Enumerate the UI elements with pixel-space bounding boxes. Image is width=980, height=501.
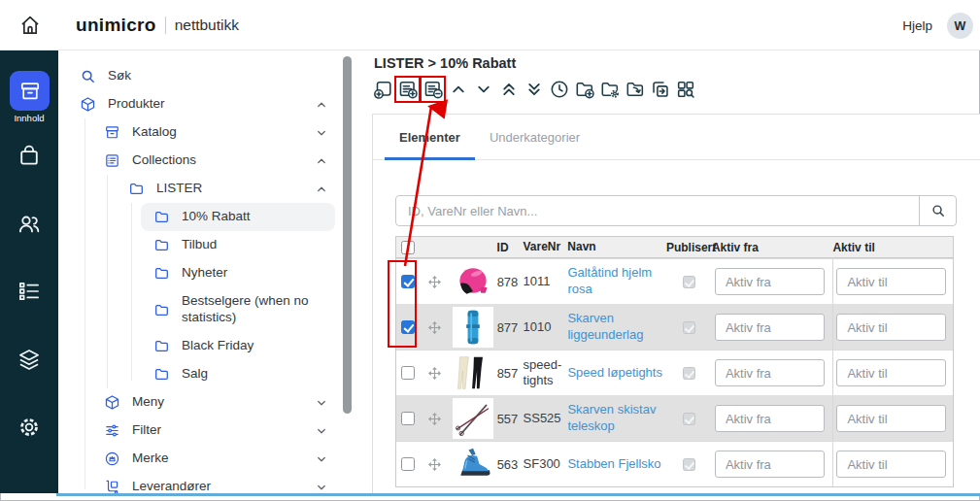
nav-item-filter[interactable]: Filter bbox=[58, 417, 372, 445]
row-checkbox[interactable] bbox=[401, 366, 415, 380]
chevron-down-icon[interactable] bbox=[316, 453, 327, 465]
column-header-aktiv-til: Aktiv til bbox=[832, 237, 953, 257]
product-image-ski-poles bbox=[453, 398, 493, 439]
row-varenr: SF300 bbox=[524, 456, 568, 472]
drag-handle-icon[interactable] bbox=[426, 456, 443, 473]
product-link[interactable]: Galtåtind hjelm rosa bbox=[567, 265, 652, 296]
table-row: 877 1010 Skarven liggeunderlag bbox=[396, 304, 953, 350]
move-up-icon[interactable] bbox=[448, 79, 469, 100]
list-add-icon[interactable] bbox=[397, 79, 419, 100]
chevron-up-icon[interactable] bbox=[316, 99, 327, 111]
search-button[interactable] bbox=[919, 196, 956, 225]
elements-table: ID VareNr Navn Publisert Aktiv fra Aktiv… bbox=[395, 236, 954, 487]
app-window: unimicro nettbutikk Hjelp W Innhold Søk … bbox=[0, 0, 980, 501]
badge-icon bbox=[104, 451, 120, 467]
layers-icon[interactable] bbox=[17, 347, 42, 372]
nav-item-10-rabatt[interactable]: 10% Rabatt bbox=[141, 203, 335, 231]
chevron-down-icon[interactable] bbox=[316, 127, 327, 139]
nav-item-meny[interactable]: Meny bbox=[58, 388, 372, 417]
toolbar bbox=[372, 79, 696, 100]
tab-elementer[interactable]: Elementer bbox=[385, 115, 475, 159]
tab-underkategorier[interactable]: Underkategorier bbox=[475, 115, 594, 159]
folder-add-icon[interactable] bbox=[574, 79, 595, 100]
content-card: Elementer Underkategorier ID VareNr Navn… bbox=[372, 114, 980, 493]
gear-icon[interactable] bbox=[17, 415, 42, 440]
move-down-icon[interactable] bbox=[473, 79, 494, 100]
drag-handle-icon[interactable] bbox=[426, 319, 443, 336]
nav-item-bestselgere[interactable]: Bestselgere (when no statistics) bbox=[58, 287, 372, 332]
nav-item-black-friday[interactable]: Black Friday bbox=[58, 332, 372, 360]
row-id: 857 bbox=[497, 366, 524, 381]
brand-product: nettbutikk bbox=[175, 17, 239, 34]
publisert-checkbox bbox=[683, 367, 695, 380]
grid-search-icon[interactable] bbox=[675, 79, 696, 100]
drag-handle-icon[interactable] bbox=[426, 365, 443, 382]
brand-name: unimicro bbox=[76, 15, 156, 36]
aktiv-til-input[interactable] bbox=[836, 405, 946, 432]
nav-item-nyheter[interactable]: Nyheter bbox=[58, 259, 372, 287]
chevron-down-icon[interactable] bbox=[316, 397, 327, 409]
brand-logo: unimicro nettbutikk bbox=[76, 0, 239, 50]
move-to-bottom-icon[interactable] bbox=[524, 79, 545, 100]
publisert-checkbox bbox=[683, 276, 695, 288]
home-icon[interactable] bbox=[17, 13, 43, 38]
folder-icon bbox=[128, 181, 145, 197]
row-varenr: 1010 bbox=[524, 319, 568, 335]
checklist-icon[interactable] bbox=[17, 279, 42, 304]
search-input[interactable] bbox=[396, 196, 919, 225]
shopping-bag-icon[interactable] bbox=[17, 143, 42, 168]
chevron-up-icon[interactable] bbox=[316, 184, 327, 195]
nav-item-produkter[interactable]: Produkter bbox=[58, 90, 372, 118]
folder-move-icon[interactable] bbox=[625, 79, 646, 100]
nav-scrollbar[interactable] bbox=[343, 56, 352, 414]
row-checkbox[interactable] bbox=[401, 320, 415, 334]
row-checkbox[interactable] bbox=[401, 412, 415, 425]
select-all-checkbox[interactable] bbox=[401, 241, 415, 254]
move-to-top-icon[interactable] bbox=[498, 79, 520, 100]
product-link[interactable]: Stabben Fjellsko bbox=[567, 456, 660, 471]
history-icon[interactable] bbox=[549, 79, 570, 100]
aktiv-fra-input[interactable] bbox=[715, 314, 825, 341]
aktiv-fra-input[interactable] bbox=[715, 405, 825, 432]
row-checkbox[interactable] bbox=[401, 457, 415, 471]
icon-sidebar: Innhold bbox=[0, 50, 58, 493]
nav-item-collections[interactable]: Collections bbox=[58, 147, 372, 175]
nav-item-leverandorer[interactable]: Leverandører bbox=[58, 473, 372, 493]
aktiv-fra-input[interactable] bbox=[715, 268, 825, 295]
list-remove-icon[interactable] bbox=[422, 79, 444, 100]
folder-icon bbox=[153, 265, 170, 282]
nav-item-tilbud[interactable]: Tilbud bbox=[58, 231, 372, 259]
drag-handle-icon[interactable] bbox=[426, 274, 443, 290]
help-link[interactable]: Hjelp bbox=[902, 18, 932, 33]
product-link[interactable]: Skarven skistav teleskop bbox=[567, 402, 656, 433]
folder-settings-icon[interactable] bbox=[599, 79, 621, 100]
folder-icon bbox=[153, 338, 170, 354]
chevron-up-icon[interactable] bbox=[316, 155, 327, 167]
add-element-icon[interactable] bbox=[372, 79, 393, 100]
chevron-down-icon[interactable] bbox=[316, 482, 327, 493]
product-link[interactable]: Speed løpetights bbox=[567, 365, 662, 380]
aktiv-fra-input[interactable] bbox=[715, 359, 825, 386]
nav-item-katalog[interactable]: Katalog bbox=[58, 118, 372, 147]
handtruck-icon bbox=[104, 479, 120, 493]
nav-item-salg[interactable]: Salg bbox=[58, 360, 372, 388]
sidebar-item-innhold[interactable] bbox=[10, 71, 50, 111]
aktiv-fra-input[interactable] bbox=[715, 451, 825, 478]
aktiv-til-input[interactable] bbox=[836, 359, 946, 386]
row-checkbox[interactable] bbox=[401, 275, 415, 288]
nav-item-lister[interactable]: LISTER bbox=[58, 175, 372, 203]
drag-handle-icon[interactable] bbox=[426, 411, 443, 427]
nav-item-merke[interactable]: Merke bbox=[58, 445, 372, 473]
product-link[interactable]: Skarven liggeunderlag bbox=[567, 311, 643, 342]
chevron-down-icon[interactable] bbox=[316, 425, 327, 437]
avatar[interactable]: W bbox=[947, 13, 973, 39]
aktiv-til-input[interactable] bbox=[836, 314, 946, 341]
aktiv-til-input[interactable] bbox=[836, 268, 946, 295]
users-icon[interactable] bbox=[17, 211, 42, 236]
aktiv-til-input[interactable] bbox=[836, 451, 946, 478]
product-image-tights bbox=[453, 352, 493, 393]
nav-item-sok[interactable]: Søk bbox=[58, 62, 372, 90]
column-header-varenr: VareNr bbox=[523, 240, 567, 253]
copy-to-icon[interactable] bbox=[650, 79, 671, 100]
archive-icon bbox=[18, 80, 42, 103]
